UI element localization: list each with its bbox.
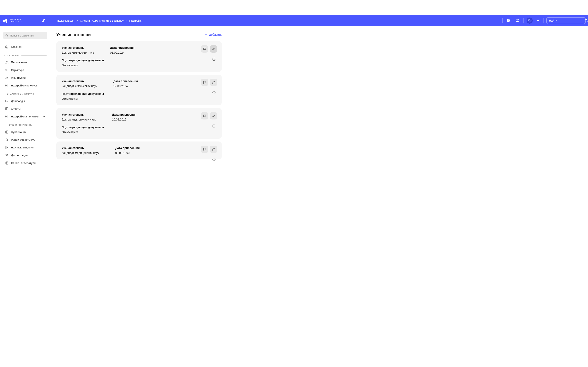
nav-journals[interactable]: Научные издания: [3, 143, 47, 151]
clock-icon: [212, 57, 216, 61]
add-degree-button[interactable]: Добавить: [205, 33, 222, 36]
gear-icon: [5, 83, 9, 87]
svg-point-22: [6, 71, 6, 71]
svg-point-21: [6, 69, 6, 69]
gear-icon: [5, 115, 9, 118]
nav-rid-ip[interactable]: РИД и объекты ИС: [3, 136, 47, 143]
degree-card: Ученая степень Кандидат химических наук …: [56, 75, 222, 105]
global-search-input[interactable]: [549, 19, 585, 22]
degree-label: Ученая степень: [62, 146, 99, 150]
header: SECHENOVUNIVERSITY Пользователи Системы …: [0, 15, 588, 26]
help-button[interactable]: [515, 17, 521, 24]
logo[interactable]: SECHENOVUNIVERSITY: [2, 18, 22, 24]
divider: [543, 18, 544, 23]
degree-value: Доктор медицинских наук: [62, 118, 95, 121]
page-title: Ученые степени: [56, 32, 91, 37]
nav-label: Научные издания: [11, 146, 34, 149]
nav-structure-settings[interactable]: Настройки структуры: [3, 82, 47, 89]
nav-publications[interactable]: Публикации: [3, 128, 47, 136]
award-icon: [5, 138, 9, 142]
nav-dashboards[interactable]: Дашборды: [3, 97, 47, 105]
svg-point-19: [6, 61, 7, 62]
comment-button[interactable]: [201, 79, 208, 86]
main-content: Ученые степени Добавить: [50, 26, 228, 170]
degree-label: Ученая степень: [62, 80, 97, 83]
graduation-icon: [5, 153, 9, 157]
nav-mygroups[interactable]: Мои группы: [3, 74, 47, 82]
edit-button[interactable]: [210, 146, 217, 153]
sidebar-search-input[interactable]: [10, 34, 45, 37]
help-icon: [516, 19, 519, 22]
edit-icon: [212, 81, 215, 84]
svg-point-25: [7, 77, 8, 78]
nav-home[interactable]: Главная: [3, 43, 47, 50]
sliders-icon: [507, 19, 510, 22]
breadcrumb-settings[interactable]: Настройки: [129, 19, 142, 22]
edit-button[interactable]: [210, 79, 217, 86]
chevron-right-icon: [76, 19, 78, 22]
nav-bibliography[interactable]: Списки литературы: [3, 159, 47, 167]
svg-point-28: [6, 116, 7, 117]
degree-label: Ученая степень: [62, 46, 94, 49]
book-icon: [5, 107, 9, 110]
nav-analytics-settings[interactable]: Настройки аналитики: [3, 113, 47, 120]
dashboard-icon: [5, 99, 9, 103]
svg-point-1: [5, 19, 7, 21]
edit-icon: [212, 114, 215, 117]
breadcrumb-users[interactable]: Пользователи: [57, 19, 74, 22]
nav-structure[interactable]: Структура: [3, 66, 47, 74]
nav-label: РИД и объекты ИС: [11, 138, 35, 141]
nav-label: Персоналии: [11, 61, 27, 64]
breadcrumbs: Пользователи Системы Администратор Seche…: [57, 19, 142, 22]
svg-point-11: [517, 21, 518, 22]
svg-point-26: [6, 85, 7, 86]
svg-point-13: [528, 20, 531, 22]
date-value: 01.09.1999: [115, 151, 140, 155]
comment-button[interactable]: [201, 112, 208, 119]
history-button[interactable]: [212, 124, 216, 128]
people-icon: [5, 60, 9, 64]
section-science-label: НАУКА И ИННОВАЦИИ: [4, 124, 47, 126]
nav-dissertations[interactable]: Диссертации: [3, 151, 47, 159]
sidebar-search[interactable]: [3, 32, 47, 39]
svg-point-9: [509, 20, 510, 21]
list-icon: [5, 161, 9, 165]
nav-label: Дашборды: [11, 100, 25, 103]
pin-icon: [42, 19, 45, 22]
comment-icon: [203, 47, 206, 50]
nav-label: Публикации: [11, 131, 26, 133]
edit-icon: [212, 148, 215, 151]
nav-persons[interactable]: Персоналии: [3, 58, 47, 66]
clock-icon: [212, 124, 216, 128]
history-button[interactable]: [212, 157, 216, 161]
svg-point-23: [8, 70, 8, 70]
comment-button[interactable]: [201, 45, 208, 53]
divider: [502, 18, 503, 23]
date-value: 17.08.2024: [113, 84, 138, 88]
divider: [523, 18, 524, 23]
nav-reports[interactable]: Отчеты: [3, 105, 47, 113]
svg-line-18: [7, 36, 8, 37]
comment-icon: [203, 81, 206, 84]
edit-button[interactable]: [210, 45, 217, 53]
chevron-down-icon: [537, 20, 539, 21]
docs-value: Отсутствуют: [62, 97, 216, 100]
chevron-right-icon: [126, 19, 127, 22]
degree-value: Доктор химических наук: [62, 51, 94, 54]
breadcrumb-admin[interactable]: Системы Администратор Sechenov: [80, 19, 123, 22]
docs-label: Подтверждающие документы: [62, 92, 216, 95]
comment-icon: [203, 148, 206, 151]
settings-sliders-button[interactable]: [506, 17, 512, 24]
nav-label: Структура: [11, 68, 24, 72]
comment-button[interactable]: [201, 146, 208, 153]
docs-value: Отсутствуют: [62, 64, 216, 67]
history-button[interactable]: [212, 57, 216, 61]
edit-button[interactable]: [210, 112, 217, 119]
pin-sidebar-button[interactable]: [41, 18, 46, 24]
global-search[interactable]: [546, 17, 586, 24]
date-label: Дата присвоения: [112, 113, 136, 116]
history-button[interactable]: [212, 91, 216, 95]
user-menu-toggle[interactable]: [536, 18, 540, 23]
plus-icon: [205, 33, 208, 36]
user-avatar[interactable]: [527, 17, 533, 24]
